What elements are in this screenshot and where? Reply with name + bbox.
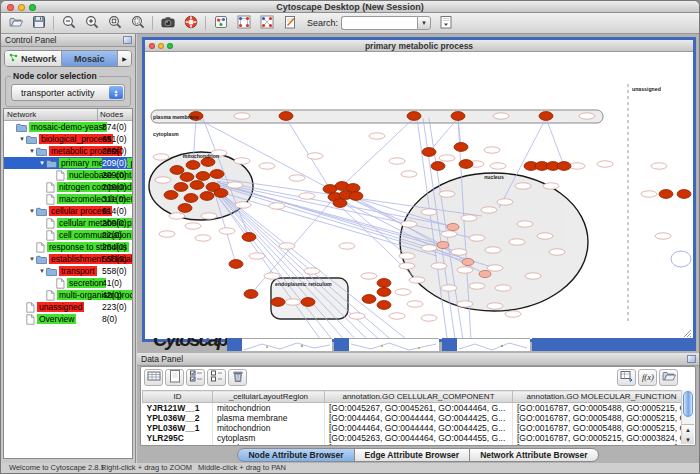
- selected-node[interactable]: [164, 191, 178, 200]
- node[interactable]: [439, 191, 455, 197]
- help-button[interactable]: [180, 14, 201, 32]
- table-row[interactable]: YLR295Ccytoplasm[GO:0045263, GO:0044464,…: [143, 433, 691, 443]
- expander-icon[interactable]: ▼: [38, 268, 46, 274]
- table-cell[interactable]: mitochondrion: [213, 423, 325, 433]
- float-panel-icon[interactable]: [123, 36, 132, 44]
- node-color-select[interactable]: transporter activity ▲▼: [11, 84, 125, 101]
- node[interactable]: [421, 245, 437, 251]
- node[interactable]: [517, 221, 533, 227]
- selected-node[interactable]: [677, 190, 691, 199]
- region-plasma-membrane[interactable]: [151, 110, 603, 123]
- node[interactable]: [395, 289, 411, 295]
- node[interactable]: [497, 199, 513, 205]
- selected-node[interactable]: [196, 172, 210, 181]
- column-header[interactable]: annotation.GO MOLECULAR_FUNCTION: [513, 391, 691, 403]
- expander-icon[interactable]: ▼: [18, 136, 26, 142]
- close-icon[interactable]: [149, 43, 155, 49]
- float-panel-icon[interactable]: [687, 355, 696, 363]
- import-table-button[interactable]: [617, 369, 636, 386]
- tree-row[interactable]: ▼cellular process614(0): [4, 205, 132, 217]
- selected-node[interactable]: [422, 148, 436, 157]
- node[interactable]: [409, 277, 425, 283]
- node[interactable]: [641, 191, 657, 197]
- edge[interactable]: [546, 118, 564, 166]
- search-options-button[interactable]: [435, 14, 456, 32]
- selected-node[interactable]: [451, 112, 465, 121]
- expander-icon[interactable]: ▼: [28, 208, 36, 214]
- layout-b-button[interactable]: [256, 14, 277, 32]
- node[interactable]: [441, 231, 457, 237]
- node[interactable]: [431, 263, 447, 269]
- expander-icon[interactable]: ▼: [28, 148, 36, 154]
- node[interactable]: [259, 163, 275, 169]
- tree-row[interactable]: unassigned223(0): [4, 301, 132, 313]
- selected-node[interactable]: [459, 160, 473, 169]
- tree-row[interactable]: macromolecule metabolic311(0): [4, 193, 132, 205]
- node[interactable]: [401, 171, 417, 177]
- node[interactable]: [549, 249, 565, 255]
- node[interactable]: [279, 243, 295, 249]
- node[interactable]: [495, 285, 511, 291]
- selected-node[interactable]: [184, 194, 198, 203]
- selected-node[interactable]: [271, 298, 285, 307]
- node[interactable]: [407, 301, 423, 307]
- node[interactable]: [481, 207, 497, 213]
- selected-node[interactable]: [186, 161, 200, 170]
- tab-overflow-button[interactable]: ▶: [118, 51, 131, 66]
- node[interactable]: [479, 270, 491, 277]
- node[interactable]: [289, 175, 305, 181]
- selected-node[interactable]: [659, 190, 673, 199]
- node[interactable]: [185, 223, 201, 229]
- tab-node-attribute-browser[interactable]: Node Attribute Browser: [237, 448, 354, 462]
- table-cell[interactable]: YPL036W__1: [143, 423, 213, 433]
- selected-node[interactable]: [377, 288, 391, 297]
- vizmapper-button[interactable]: [210, 14, 231, 32]
- table-row[interactable]: YJR121W__1mitochondrion[GO:0045267, GO:0…: [143, 403, 691, 414]
- tab-edge-attribute-browser[interactable]: Edge Attribute Browser: [354, 448, 471, 462]
- selected-node[interactable]: [214, 189, 228, 198]
- tree-row[interactable]: nucleobase-containing compound209(0): [4, 169, 132, 181]
- delete-attribute-button[interactable]: [228, 369, 247, 386]
- window-titlebar[interactable]: Cytoscape Desktop (New Session): [1, 1, 699, 13]
- resize-grip-icon[interactable]: [682, 328, 692, 338]
- node[interactable]: [597, 161, 613, 167]
- tree-row[interactable]: cell communication22(0): [4, 229, 132, 241]
- tree-row[interactable]: ▼establishment of localization558(0): [4, 253, 132, 265]
- selected-node[interactable]: [200, 192, 214, 201]
- node[interactable]: [401, 221, 417, 227]
- node[interactable]: [421, 209, 437, 215]
- layout-a-button[interactable]: [233, 14, 254, 32]
- node[interactable]: [285, 299, 301, 305]
- node[interactable]: [469, 283, 485, 289]
- tab-network[interactable]: Network: [5, 51, 62, 66]
- snapshot-button[interactable]: [157, 14, 178, 32]
- node[interactable]: [201, 213, 217, 219]
- table-cell[interactable]: [GO:0016787, GO:0005488, GO:0005215, G..…: [513, 413, 691, 423]
- close-icon[interactable]: [7, 4, 14, 11]
- selected-node[interactable]: [229, 260, 243, 269]
- node[interactable]: [487, 303, 503, 309]
- column-header[interactable]: annotation.GO CELLULAR_COMPONENT: [325, 391, 513, 403]
- tree-row[interactable]: response to stimulus264(0): [4, 241, 132, 253]
- node[interactable]: [655, 233, 671, 239]
- selected-node[interactable]: [557, 162, 571, 171]
- selected-node[interactable]: [279, 112, 293, 121]
- node[interactable]: [234, 113, 250, 119]
- tree-row[interactable]: ▼transport558(0): [4, 265, 132, 277]
- node[interactable]: [249, 253, 265, 259]
- table-cell[interactable]: [GO:0005488, GO:0005215, GO:0003674]: [513, 443, 691, 446]
- node[interactable]: [579, 113, 595, 119]
- node[interactable]: [457, 301, 473, 307]
- selected-node[interactable]: [190, 181, 204, 190]
- node[interactable]: [421, 315, 437, 321]
- search-input[interactable]: [341, 16, 417, 30]
- node[interactable]: [361, 273, 377, 279]
- self-loop-edge[interactable]: [671, 251, 691, 267]
- select-all-attributes-button[interactable]: [186, 369, 205, 386]
- selected-node[interactable]: [539, 112, 553, 121]
- node[interactable]: [447, 223, 459, 230]
- node[interactable]: [485, 247, 501, 253]
- selected-node[interactable]: [377, 279, 391, 288]
- node[interactable]: [525, 273, 541, 279]
- expander-icon[interactable]: ▼: [28, 256, 36, 262]
